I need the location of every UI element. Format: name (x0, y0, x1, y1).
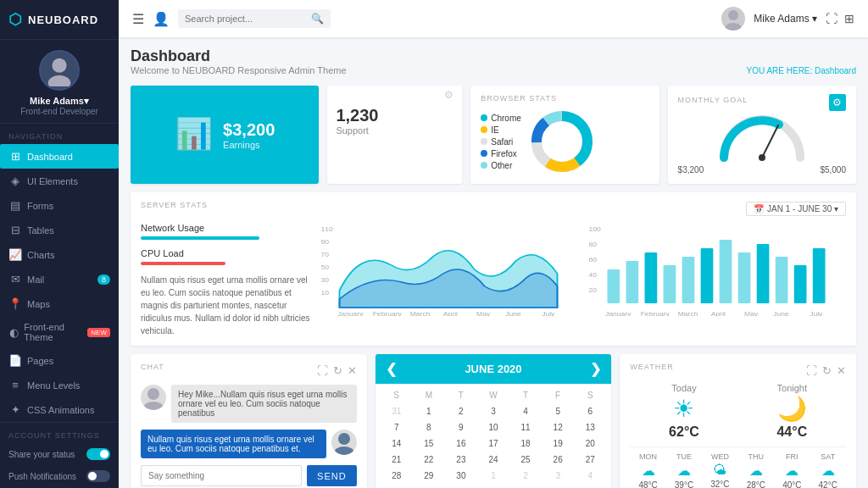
svg-text:January: January (605, 311, 632, 316)
cal-cell[interactable]: 26 (542, 452, 574, 468)
search-input[interactable] (185, 14, 308, 24)
sidebar-item-tables[interactable]: ⊟ Tables (0, 218, 119, 242)
cal-cell[interactable]: 24 (477, 452, 509, 468)
push-notifications-label: Push Notifications (8, 472, 76, 481)
weather-day-mon: MON ☁ 48°C (638, 452, 657, 488)
sidebar-item-charts[interactable]: 📈 Charts (0, 242, 119, 267)
chat-input[interactable] (141, 465, 302, 486)
cal-cell-today[interactable]: 8 (413, 419, 445, 435)
profile-name: Mike Adams▾ (30, 96, 89, 107)
sidebar-item-mail[interactable]: ✉ Mail 8 (0, 267, 119, 291)
weather-day-thu: THU ☁ 28°C (747, 452, 765, 488)
menu-toggle-icon[interactable]: ☰ (132, 11, 144, 27)
cal-cell[interactable]: 3 (477, 403, 509, 419)
expand-icon[interactable]: ⛶ (826, 12, 837, 25)
sidebar-item-pages[interactable]: 📄 Pages (0, 348, 119, 373)
cal-cell[interactable]: 28 (381, 468, 413, 484)
svg-text:50: 50 (320, 264, 329, 271)
svg-text:90: 90 (320, 239, 329, 246)
header-user-name[interactable]: Mike Adams ▾ (754, 13, 817, 25)
sidebar-item-frontend-theme[interactable]: ◐ Front-end Theme NEW (0, 316, 119, 348)
push-notifications-toggle[interactable] (86, 470, 110, 482)
sidebar-item-ui-elements[interactable]: ◈ UI Elements (0, 169, 119, 193)
chat-bubble-1: Hey Mike...Nullam quis risus eget urna m… (171, 385, 357, 423)
cal-cell[interactable]: 16 (445, 435, 477, 452)
sidebar-item-dashboard[interactable]: ⊞ Dashboard (0, 144, 119, 169)
animation-icon: ✦ (8, 403, 22, 416)
svg-rect-40 (794, 265, 807, 303)
weather-tonight-item: Tonight 🌙 44°C (776, 383, 807, 440)
cal-cell[interactable]: 6 (574, 403, 606, 419)
svg-rect-34 (682, 257, 695, 303)
cal-cell[interactable]: 11 (509, 419, 542, 435)
header-user-icon[interactable]: 👤 (153, 11, 170, 27)
forms-icon: ▤ (8, 199, 22, 212)
sidebar-item-css-animations[interactable]: ✦ CSS Animations (0, 397, 119, 422)
cal-cell[interactable]: 2 (445, 403, 477, 419)
tables-icon: ⊟ (8, 224, 22, 236)
sidebar-item-label: Mail (27, 274, 44, 285)
cal-cell[interactable]: 3 (542, 468, 574, 484)
mail-icon: ✉ (8, 273, 22, 286)
theme-icon: ◐ (8, 326, 19, 339)
cal-cell[interactable]: 7 (381, 419, 413, 435)
chat-send-button[interactable]: SEND (307, 465, 357, 486)
cal-cell[interactable]: 2 (509, 468, 542, 484)
cal-cell[interactable]: 13 (574, 419, 606, 435)
cal-cell[interactable]: 29 (413, 468, 445, 484)
cal-prev-button[interactable]: ❮ (386, 361, 397, 377)
share-status-toggle[interactable] (86, 448, 110, 460)
sidebar-item-label: Charts (27, 250, 54, 260)
sidebar-item-menu-levels[interactable]: ≡ Menu Levels (0, 373, 119, 397)
cal-cell[interactable]: 15 (413, 435, 445, 452)
cal-cell[interactable]: 21 (381, 452, 413, 468)
goal-target: $5,000 (820, 165, 846, 175)
cal-cell[interactable]: 12 (542, 419, 574, 435)
cal-cell[interactable]: 18 (509, 435, 542, 452)
cal-cell[interactable]: 10 (477, 419, 509, 435)
sidebar-item-maps[interactable]: 📍 Maps (0, 291, 119, 316)
cal-cell[interactable]: 9 (445, 419, 477, 435)
cal-cell[interactable]: 25 (509, 452, 542, 468)
cal-cell[interactable]: 23 (445, 452, 477, 468)
svg-text:May: May (744, 311, 758, 316)
cal-cell[interactable]: 19 (542, 435, 574, 452)
cal-cell[interactable]: 4 (574, 468, 606, 484)
cal-cell[interactable]: 31 (381, 403, 413, 419)
cal-next-button[interactable]: ❯ (590, 361, 601, 377)
cal-cell[interactable]: 27 (574, 452, 606, 468)
goal-settings-icon[interactable]: ⚙ (829, 94, 846, 111)
sidebar-item-label: Tables (27, 225, 54, 236)
weather-expand-icon[interactable]: ⛶ (806, 364, 817, 377)
goal-nums: $3,200 $5,000 (678, 165, 846, 175)
support-card-body: 1,230 Support (327, 101, 462, 144)
cal-cell[interactable]: 17 (477, 435, 509, 452)
ui-elements-icon: ◈ (8, 175, 22, 187)
svg-text:June: June (773, 311, 789, 316)
weather-refresh-icon[interactable]: ↻ (822, 364, 832, 377)
date-range-text: JAN 1 - JUNE 30 ▾ (767, 204, 838, 214)
logo-text: NEUBOARD (28, 14, 98, 26)
support-card-header: ⚙ (327, 86, 462, 101)
cal-cell[interactable]: 4 (509, 403, 542, 419)
server-date-range[interactable]: 📅 JAN 1 - JUNE 30 ▾ (746, 202, 846, 216)
grid-icon[interactable]: ⊞ (844, 12, 854, 25)
cal-cell[interactable]: 1 (477, 468, 509, 484)
svg-rect-33 (664, 265, 676, 303)
sidebar-item-forms[interactable]: ▤ Forms (0, 193, 119, 218)
cal-cell[interactable]: 1 (413, 403, 445, 419)
share-status-label: Share your status (8, 450, 75, 459)
weather-close-icon[interactable]: ✕ (837, 364, 846, 377)
cal-cell[interactable]: 5 (542, 403, 574, 419)
calendar-title: JUNE 2020 (465, 363, 521, 375)
chat-close-icon[interactable]: ✕ (348, 364, 357, 377)
svg-text:100: 100 (588, 226, 601, 233)
cal-cell[interactable]: 20 (574, 435, 606, 452)
cal-cell[interactable]: 22 (413, 452, 445, 468)
maps-icon: 📍 (8, 297, 22, 310)
chat-refresh-icon[interactable]: ↻ (333, 364, 342, 377)
cal-cell[interactable]: 14 (381, 435, 413, 452)
cal-cell[interactable]: 30 (445, 468, 477, 484)
calendar-header: ❮ JUNE 2020 ❯ (376, 354, 612, 384)
chat-expand-icon[interactable]: ⛶ (317, 364, 328, 377)
